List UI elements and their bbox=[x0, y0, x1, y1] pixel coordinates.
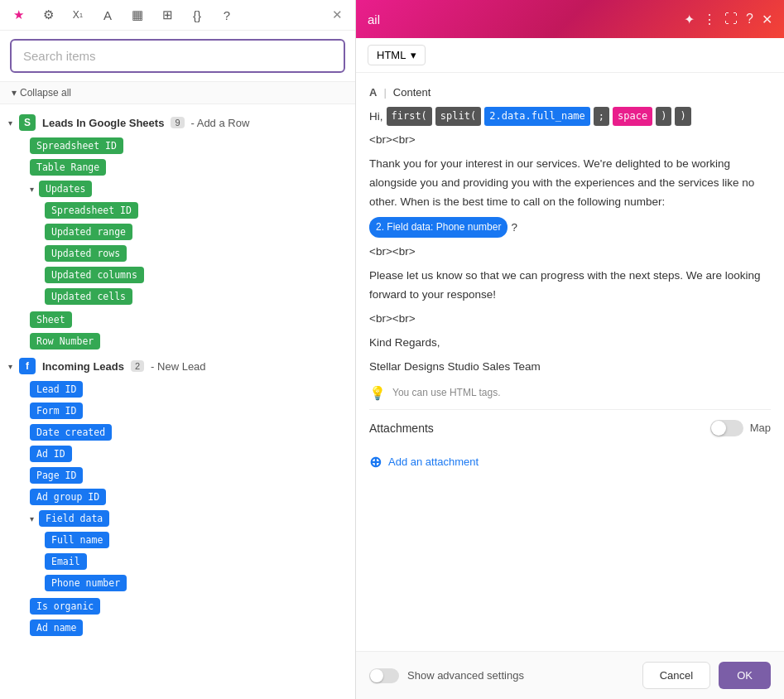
list-item[interactable]: Date created bbox=[30, 422, 355, 442]
top-toolbar: ★ ⚙ X1 A ▦ ⊞ {} ? ✕ bbox=[0, 0, 355, 31]
sheets-chevron: ▾ bbox=[8, 118, 12, 128]
list-item[interactable]: Email bbox=[45, 552, 355, 571]
table-range-tag[interactable]: Table Range bbox=[30, 159, 106, 176]
list-item[interactable]: Updated range bbox=[45, 222, 355, 242]
close-left-icon[interactable]: ✕ bbox=[327, 5, 347, 25]
updated-cells-tag[interactable]: Updated cells bbox=[45, 288, 132, 305]
list-item[interactable]: Updated cells bbox=[45, 287, 355, 306]
right-panel: ail ✦ ⋮ ⛶ ? ✕ HTML ▾ | Content Hi, first… bbox=[356, 0, 784, 699]
list-item[interactable]: Lead ID bbox=[30, 379, 355, 399]
email-tag[interactable]: Email bbox=[45, 553, 87, 570]
page-id-tag[interactable]: Page ID bbox=[30, 467, 83, 484]
phone-number-chip[interactable]: 2. Field data: Phone number bbox=[369, 217, 507, 238]
star-icon[interactable]: ★ bbox=[8, 5, 28, 25]
field-data-tag[interactable]: Field data bbox=[39, 510, 109, 527]
add-attachment-label: Add an attachment bbox=[388, 456, 479, 468]
html-dropdown[interactable]: HTML ▾ bbox=[368, 45, 426, 65]
ok-button[interactable]: OK bbox=[719, 662, 771, 689]
list-item[interactable]: Ad ID bbox=[30, 444, 355, 464]
settings-icon[interactable]: ⚙ bbox=[38, 5, 58, 25]
list-item[interactable]: Ad group ID bbox=[30, 487, 355, 507]
email-regards: Kind Regards, bbox=[369, 334, 771, 353]
space-chip[interactable]: space bbox=[613, 107, 652, 126]
date-created-tag[interactable]: Date created bbox=[30, 424, 112, 441]
help-right-icon[interactable]: ? bbox=[746, 12, 753, 27]
help-icon[interactable]: ? bbox=[217, 5, 237, 25]
list-item[interactable]: Spreadsheet ID bbox=[30, 136, 355, 156]
email-br1: <br><br> bbox=[369, 131, 771, 150]
sheet-tag[interactable]: Sheet bbox=[30, 311, 72, 328]
list-item[interactable]: Ad name bbox=[30, 618, 355, 638]
email-greeting-line: Hi, first( split( 2.data.full_name ; spa… bbox=[369, 107, 771, 126]
code-icon[interactable]: {} bbox=[187, 5, 207, 25]
search-input[interactable] bbox=[10, 39, 345, 73]
field-data-group-header[interactable]: ▾ Field data bbox=[30, 509, 355, 528]
email-signature: Stellar Designs Studio Sales Team bbox=[369, 358, 771, 377]
right-content: | Content Hi, first( split( 2.data.full_… bbox=[356, 73, 784, 651]
map-label: Map bbox=[750, 422, 771, 434]
split-chip[interactable]: split( bbox=[435, 107, 481, 126]
list-item[interactable]: Sheet bbox=[30, 310, 355, 330]
superscript-icon[interactable]: X1 bbox=[68, 5, 88, 25]
updated-columns-tag[interactable]: Updated columns bbox=[45, 267, 144, 283]
hint-row: 💡 You can use HTML tags. bbox=[369, 385, 771, 401]
sparkle-icon[interactable]: ✦ bbox=[684, 12, 695, 27]
updates-group-header[interactable]: ▾ Updates bbox=[30, 179, 355, 199]
full-name-chip[interactable]: 2.data.full_name bbox=[484, 107, 590, 126]
list-item[interactable]: Is organic bbox=[30, 596, 355, 616]
cancel-button[interactable]: Cancel bbox=[642, 662, 710, 689]
form-id-tag[interactable]: Form ID bbox=[30, 403, 83, 419]
updates-chevron: ▾ bbox=[30, 185, 34, 194]
sheets-group-header[interactable]: ▾ S Leads In Google Sheets 9 - Add a Row bbox=[0, 111, 355, 134]
map-toggle-track[interactable] bbox=[710, 420, 743, 436]
close-right-icon[interactable]: ✕ bbox=[762, 12, 772, 27]
add-attachment-button[interactable]: ⊕ Add an attachment bbox=[369, 446, 771, 478]
list-item[interactable]: Phone number bbox=[45, 573, 355, 593]
right-header: ail ✦ ⋮ ⛶ ? ✕ bbox=[356, 0, 784, 38]
full-name-tag[interactable]: Full name bbox=[45, 532, 109, 548]
field-data-group: ▾ Field data Full name Email Phone numbe… bbox=[30, 509, 355, 593]
updates-spreadsheet-id-tag[interactable]: Spreadsheet ID bbox=[45, 202, 138, 219]
calendar-icon[interactable]: ▦ bbox=[127, 5, 147, 25]
updates-tag[interactable]: Updates bbox=[39, 181, 92, 197]
ad-id-tag[interactable]: Ad ID bbox=[30, 446, 72, 462]
list-item[interactable]: Updated columns bbox=[45, 265, 355, 285]
fb-group-header[interactable]: ▾ f Incoming Leads 2 - New Lead bbox=[0, 354, 355, 378]
ad-name-tag[interactable]: Ad name bbox=[30, 619, 83, 636]
collapse-all-label: Collapse all bbox=[20, 87, 71, 99]
fb-action: - New Lead bbox=[151, 360, 205, 373]
is-organic-tag[interactable]: Is organic bbox=[30, 598, 100, 615]
email-para1: Thank you for your interest in our servi… bbox=[369, 155, 771, 212]
table-icon[interactable]: ⊞ bbox=[157, 5, 177, 25]
list-item[interactable]: Spreadsheet ID bbox=[45, 200, 355, 220]
advanced-toggle-thumb bbox=[370, 669, 383, 682]
text-icon[interactable]: A bbox=[98, 5, 118, 25]
more-icon[interactable]: ⋮ bbox=[703, 12, 716, 27]
row-number-tag[interactable]: Row Number bbox=[30, 333, 100, 350]
ad-group-id-tag[interactable]: Ad group ID bbox=[30, 489, 106, 505]
lead-id-tag[interactable]: Lead ID bbox=[30, 381, 83, 398]
content-text: Content bbox=[393, 86, 431, 99]
attachments-row: Attachments Map bbox=[369, 409, 771, 446]
advanced-toggle[interactable] bbox=[369, 668, 399, 683]
list-item[interactable]: Table Range bbox=[30, 157, 355, 177]
left-panel: ★ ⚙ X1 A ▦ ⊞ {} ? ✕ ▾ Collapse all ▾ S L… bbox=[0, 0, 356, 699]
close-paren2-chip[interactable]: ) bbox=[675, 107, 690, 126]
list-item[interactable]: Page ID bbox=[30, 465, 355, 485]
list-item[interactable]: Form ID bbox=[30, 401, 355, 421]
right-header-title: ail bbox=[368, 12, 380, 27]
updated-range-tag[interactable]: Updated range bbox=[45, 224, 132, 240]
list-item[interactable]: Row Number bbox=[30, 331, 355, 351]
list-item[interactable]: Full name bbox=[45, 530, 355, 550]
first-chip[interactable]: first( bbox=[387, 107, 432, 126]
email-body: Hi, first( split( 2.data.full_name ; spa… bbox=[369, 107, 771, 377]
collapse-all-button[interactable]: ▾ Collapse all bbox=[0, 82, 355, 104]
updated-rows-tag[interactable]: Updated rows bbox=[45, 245, 127, 262]
list-item[interactable]: Updated rows bbox=[45, 243, 355, 263]
expand-icon[interactable]: ⛶ bbox=[724, 12, 738, 27]
semicolon-chip[interactable]: ; bbox=[594, 107, 609, 126]
sheets-children: Spreadsheet ID Table Range ▾ Updates Spr… bbox=[0, 136, 355, 351]
close-paren1-chip[interactable]: ) bbox=[656, 107, 671, 126]
phone-number-tag[interactable]: Phone number bbox=[45, 575, 127, 591]
spreadsheet-id-tag[interactable]: Spreadsheet ID bbox=[30, 137, 123, 154]
